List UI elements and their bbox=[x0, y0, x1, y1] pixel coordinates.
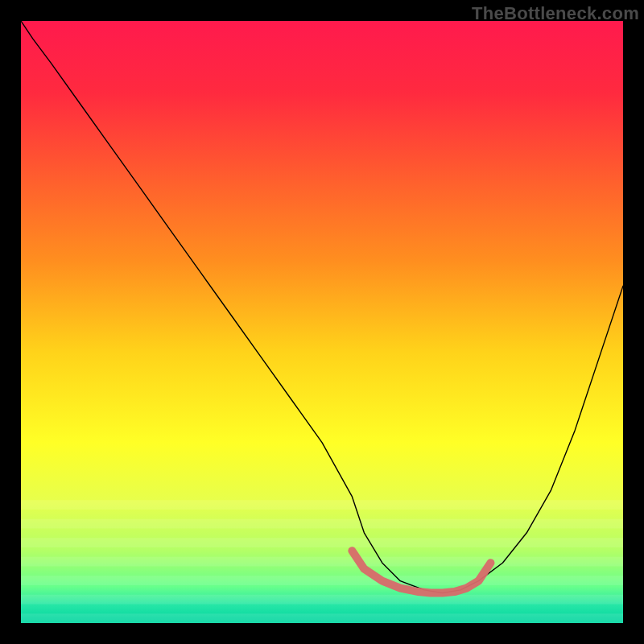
svg-rect-1 bbox=[21, 500, 623, 510]
svg-rect-3 bbox=[21, 538, 623, 547]
svg-rect-2 bbox=[21, 519, 623, 529]
svg-rect-0 bbox=[21, 21, 623, 623]
svg-rect-7 bbox=[21, 613, 623, 623]
svg-rect-6 bbox=[21, 595, 623, 605]
watermark-text: TheBottleneck.com bbox=[472, 3, 639, 24]
chart-frame: TheBottleneck.com bbox=[0, 0, 644, 644]
chart-plot-area bbox=[21, 21, 623, 623]
svg-rect-5 bbox=[21, 576, 623, 585]
chart-svg bbox=[21, 21, 623, 623]
svg-rect-4 bbox=[21, 557, 623, 567]
